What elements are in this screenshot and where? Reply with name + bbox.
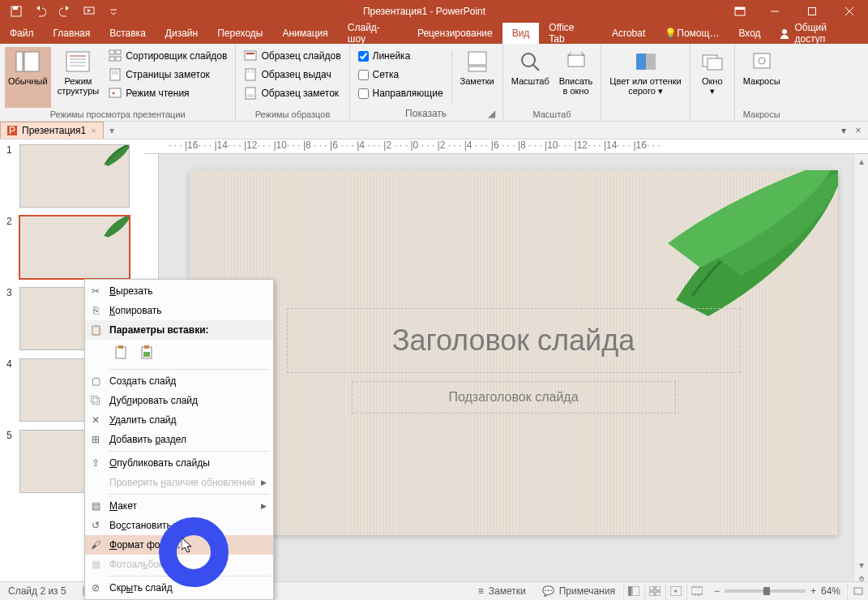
ctx-hide-slide[interactable]: ⊘Скрыть слайд [85, 578, 273, 598]
tab-dropdown-button[interactable]: ▾ [837, 124, 850, 137]
zoom-percent[interactable]: 64% [821, 585, 840, 597]
redo-button[interactable] [53, 2, 76, 21]
ribbon-display-options-button[interactable] [724, 0, 756, 23]
qat-customize-button[interactable] [102, 2, 125, 21]
slideshow-status-button[interactable] [686, 582, 708, 601]
ctx-copy[interactable]: ⎘Копировать [85, 301, 273, 320]
svg-rect-20 [112, 71, 118, 75]
ctx-cut[interactable]: ✂Вырезать [85, 281, 273, 301]
thumbnail[interactable] [19, 144, 130, 208]
zoom-out-button[interactable]: − [714, 585, 720, 597]
fit-to-window-button[interactable]: Вписатьв окно [556, 47, 596, 108]
chevron-right-icon: ▶ [261, 502, 267, 510]
close-button[interactable] [831, 0, 868, 23]
notes-master-label: Образец заметок [261, 88, 339, 99]
macros-button[interactable]: Макросы [740, 47, 784, 108]
reading-view-status-button[interactable] [665, 582, 686, 601]
signin-button[interactable]: Вход [729, 23, 770, 44]
fit-label: Вписатьв окно [559, 76, 593, 96]
document-tab-close[interactable]: × [91, 126, 96, 135]
maximize-button[interactable] [793, 0, 831, 23]
show-launcher-icon[interactable]: ◢ [486, 108, 498, 119]
thumbnail[interactable] [19, 216, 130, 279]
ruler-checkbox[interactable]: Линейка [355, 47, 447, 65]
zoom-in-button[interactable]: + [810, 585, 816, 597]
slide-sorter-label: Сортировщик слайдов [126, 50, 227, 62]
comments-button[interactable]: 💬 Примечания [534, 582, 623, 600]
outline-view-button[interactable]: Режимструктуры [54, 47, 103, 108]
ctx-delete-slide[interactable]: ✕Удалить слайд [85, 410, 273, 430]
guides-checkbox[interactable]: Направляющие [355, 84, 447, 102]
thumbnail-number: 1 [6, 144, 13, 208]
notes-toggle-button[interactable]: ≡ Заметки [470, 582, 534, 600]
tab-acrobat[interactable]: Acrobat [602, 23, 655, 44]
share-button[interactable]: Общий доступ [771, 23, 868, 44]
subtitle-placeholder[interactable]: Подзаголовок слайда [352, 381, 676, 414]
ctx-reset-slide[interactable]: ↺Восстановить слайд [85, 516, 273, 535]
notes-page-button[interactable]: Страницы заметок [105, 66, 230, 84]
new-slide-icon: ▢ [88, 374, 103, 388]
ctx-new-slide[interactable]: ▢Создать слайд [85, 371, 273, 391]
normal-view-button[interactable]: Обычный [5, 47, 51, 108]
gridlines-checkbox[interactable]: Сетка [355, 66, 447, 84]
svg-rect-45 [144, 345, 149, 349]
fit-to-window-status-button[interactable] [847, 582, 868, 601]
tab-home[interactable]: Главная [44, 23, 100, 44]
tab-file[interactable]: Файл [0, 23, 44, 44]
sorter-view-status-button[interactable] [644, 582, 665, 601]
svg-rect-4 [735, 7, 745, 10]
svg-rect-24 [246, 69, 255, 80]
new-tab-button[interactable]: ▾ [104, 122, 120, 139]
scroll-down-icon[interactable]: ▾ [854, 558, 868, 572]
slide-sorter-button[interactable]: Сортировщик слайдов [105, 47, 230, 65]
tab-officetab[interactable]: Office Tab [539, 23, 602, 44]
svg-rect-8 [16, 52, 23, 71]
reading-view-button[interactable]: Режим чтения [105, 84, 230, 102]
close-all-button[interactable]: × [852, 124, 865, 137]
tab-slideshow[interactable]: Слайд-шоу [338, 23, 408, 44]
ctx-publish-slides[interactable]: ⇪Опубликовать слайды [85, 453, 273, 473]
slide-master-button[interactable]: Образец слайдов [241, 47, 344, 65]
ctx-paste-options-header: 📋Параметры вставки: [85, 320, 273, 340]
tab-design[interactable]: Дизайн [156, 23, 207, 44]
tab-view[interactable]: Вид [502, 23, 540, 44]
document-tab[interactable]: P Презентация1 × [0, 122, 104, 139]
minimize-button[interactable] [756, 0, 793, 23]
group-show: Линейка Сетка Направляющие Заметки Показ… [350, 44, 503, 121]
tab-review[interactable]: Рецензирование [408, 23, 502, 44]
title-placeholder[interactable]: Заголовок слайда [287, 308, 741, 373]
start-from-beginning-button[interactable] [78, 2, 100, 21]
normal-view-status-button[interactable] [623, 582, 644, 601]
ctx-format-background[interactable]: 🖌Формат фона… [85, 535, 273, 555]
scroll-up-icon[interactable]: ▴ [854, 154, 868, 169]
tell-me-button[interactable]: 💡 Помощ… [655, 23, 729, 44]
tab-insert[interactable]: Вставка [100, 23, 156, 44]
handout-master-button[interactable]: Образец выдач [241, 66, 344, 84]
notes-master-button[interactable]: Образец заметок [241, 84, 344, 102]
tab-transitions[interactable]: Переходы [207, 23, 272, 44]
ctx-layout[interactable]: ▤Макет▶ [85, 496, 273, 516]
ctx-add-section[interactable]: ⊞Добавить раздел [85, 430, 273, 449]
svg-rect-18 [116, 57, 121, 61]
paste-use-destination-theme[interactable] [109, 341, 132, 364]
paste-keep-source-formatting[interactable] [135, 341, 158, 364]
ctx-duplicate-slide[interactable]: ⿻Дублировать слайд [85, 391, 273, 410]
thumbnail-row[interactable]: 1 [2, 144, 143, 208]
tab-animations[interactable]: Анимация [272, 23, 337, 44]
notes-button[interactable]: Заметки [457, 47, 498, 106]
zoom-button[interactable]: Масштаб [508, 47, 553, 108]
color-grayscale-button[interactable]: Цвет или оттенкисерого ▾ [606, 47, 684, 108]
thumbnail-row[interactable]: 2 [2, 216, 143, 279]
window-button[interactable]: Окно▾ [695, 47, 729, 108]
undo-button[interactable] [29, 2, 52, 21]
save-button[interactable] [5, 2, 28, 21]
svg-rect-46 [143, 352, 150, 357]
svg-rect-58 [854, 588, 862, 594]
zoom-label: Масштаб [511, 76, 549, 86]
fit-icon [563, 49, 589, 75]
horizontal-ruler[interactable]: · · · |16· · · |14· · · |12· · · |10· · … [144, 139, 868, 154]
zoom-slider[interactable] [725, 589, 806, 593]
vertical-scrollbar[interactable]: ▴ ▾ ⤊ ⤋ [853, 154, 868, 600]
slide-counter[interactable]: Слайд 2 из 5 [0, 582, 75, 600]
slide[interactable]: Заголовок слайда Подзаголовок слайда [190, 170, 838, 535]
